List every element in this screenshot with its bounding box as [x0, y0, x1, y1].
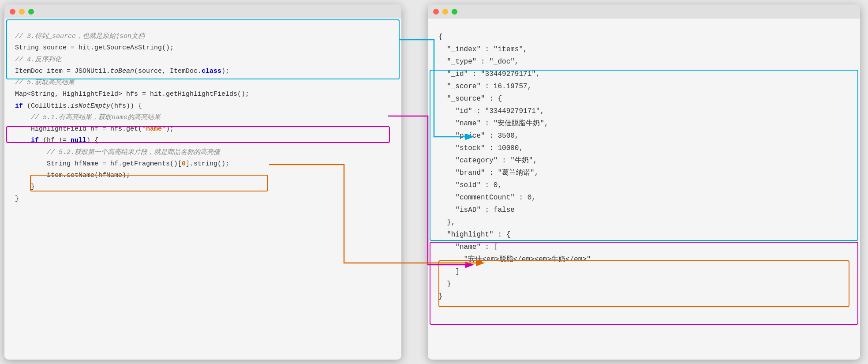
- right-minimize-button[interactable]: [442, 9, 448, 15]
- code-line-15: }: [15, 193, 391, 205]
- json-line-5: "_source" : {: [438, 93, 849, 105]
- json-line-1: "_index" : "items",: [438, 43, 849, 56]
- code-line-14: }: [15, 181, 391, 193]
- json-line-20: }: [438, 278, 849, 290]
- json-line-10: "category" : "牛奶",: [438, 154, 849, 167]
- code-line-7: if (CollUtils.isNotEmpty(hfs)) {: [15, 101, 391, 112]
- json-line-18: "安佳<em>脱脂</em><em>牛奶</em>": [438, 253, 849, 266]
- json-line-0: {: [438, 27, 849, 43]
- maximize-button[interactable]: [28, 9, 34, 15]
- json-line-21: }: [438, 290, 849, 303]
- left-titlebar: [4, 4, 401, 19]
- json-line-19: ]: [438, 266, 849, 278]
- json-line-4: "_score" : 16.19757,: [438, 80, 849, 93]
- right-code-area: { "_index" : "items", "_type" : "_doc", …: [428, 19, 860, 360]
- code-line-12: String hfName = hf.getFragments()[0].str…: [15, 158, 391, 170]
- left-code-area: // 3.得到_source，也就是原始json文档 String source…: [4, 19, 401, 360]
- code-line-10: if (hf != null) {: [15, 135, 391, 146]
- code-line-5: // 5.获取高亮结果: [15, 77, 391, 89]
- json-line-17: "name" : [: [438, 241, 849, 253]
- left-code-window: // 3.得到_source，也就是原始json文档 String source…: [4, 4, 401, 360]
- code-line-3: // 4.反序列化: [15, 54, 391, 66]
- close-button[interactable]: [10, 9, 15, 15]
- code-line-2: String source = hit.getSourceAsString();: [15, 42, 391, 54]
- json-line-14: "isAD" : false: [438, 204, 849, 216]
- json-line-2: "_type" : "_doc",: [438, 56, 849, 68]
- json-line-8: "price" : 3500,: [438, 130, 849, 142]
- json-line-6: "id" : "33449279171",: [438, 105, 849, 117]
- json-line-7: "name" : "安佳脱脂牛奶",: [438, 117, 849, 130]
- code-line-6: Map<String, HighlightField> hfs = hit.ge…: [15, 89, 391, 100]
- right-close-button[interactable]: [433, 9, 439, 15]
- right-titlebar: [428, 4, 860, 19]
- code-line-11: // 5.2.获取第一个高亮结果片段，就是商品名称的高亮值: [15, 147, 391, 158]
- code-line-9: HighlightField hf = hfs.get("name");: [15, 124, 391, 135]
- json-line-15: },: [438, 216, 849, 229]
- json-line-3: "_id" : "33449279171",: [438, 68, 849, 80]
- json-line-9: "stock" : 10000,: [438, 142, 849, 154]
- right-code-window: { "_index" : "items", "_type" : "_doc", …: [428, 4, 860, 360]
- code-line-8: // 5.1.有高亮结果，获取name的高亮结果: [15, 112, 391, 124]
- code-line-13: item.setName(hfName);: [15, 170, 391, 181]
- code-line-4: ItemDoc item = JSONUtil.toBean(source, I…: [15, 66, 391, 77]
- json-line-13: "commentCount" : 0,: [438, 191, 849, 204]
- json-line-16: "highlight" : {: [438, 229, 849, 241]
- code-line-1: // 3.得到_source，也就是原始json文档: [15, 27, 391, 42]
- json-line-12: "sold" : 0,: [438, 179, 849, 191]
- right-maximize-button[interactable]: [452, 9, 457, 15]
- minimize-button[interactable]: [19, 9, 25, 15]
- json-line-11: "brand" : "葛兰纳诺",: [438, 167, 849, 179]
